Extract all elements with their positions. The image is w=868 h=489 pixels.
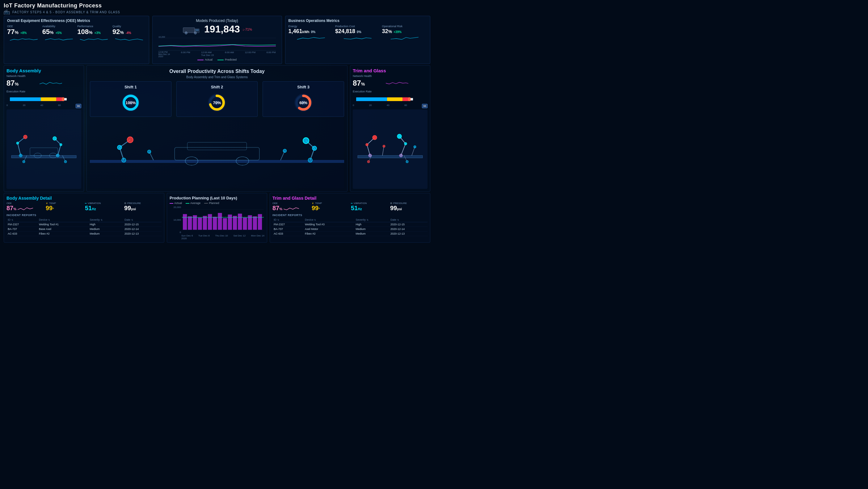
body-robot-svg (8, 131, 80, 168)
svg-point-24 (19, 154, 22, 157)
biz-sparkline-energy (288, 35, 334, 41)
svg-rect-108 (223, 218, 227, 230)
body-detail-pressure: ⊙ PRESSURE 99psi (124, 202, 161, 212)
svg-rect-75 (402, 97, 408, 101)
productivity-panel: Overall Productivity Across Shifts Today… (87, 65, 347, 192)
body-table-header-id: ID ⇅ (6, 218, 38, 222)
svg-rect-16 (10, 97, 41, 101)
shift-1-card: Shift 1 100% (90, 81, 172, 117)
oee-sparkline-quality (113, 36, 146, 42)
shift-3-label: Shift 3 (297, 85, 310, 89)
trim-detail-vibration: ▪▪ VIBRATION 51Hz (351, 202, 388, 212)
planning-x-labels: Sun Dec 62020 Tue Dec 8 Thu Dec 10 Sat D… (169, 234, 265, 240)
productivity-title: Overall Productivity Across Shifts Today (169, 68, 265, 74)
svg-point-83 (373, 135, 377, 140)
table-row: AC-633Fibex #2Medium2020-12-13 (6, 232, 161, 236)
table-row: BA-737Axel MotorMedium2020-12-14 (273, 227, 428, 232)
biz-label-production-cost: Production Cost (335, 25, 380, 28)
svg-point-67 (303, 138, 309, 143)
body-robot-visual (6, 109, 81, 189)
page-header: IoT Factory Manufacturing Process FACTOR… (4, 2, 430, 15)
svg-rect-32 (30, 148, 58, 155)
page-title: IoT Factory Manufacturing Process (4, 2, 430, 9)
trim-detail-oee: OEE 87% (273, 202, 310, 212)
trim-oee-sparkline (284, 205, 299, 211)
models-legend: Actual Predicted (197, 58, 237, 61)
shift-1-value: 100% (120, 92, 142, 113)
svg-point-90 (397, 134, 402, 139)
models-title: Models Produced (Today) (196, 19, 238, 23)
planning-bar-chart (182, 206, 264, 234)
body-incident-table: ID ⇅ Device ⇅ Severity ⇅ Date ⇅ FM-2327W… (6, 218, 161, 236)
svg-point-31 (53, 137, 57, 140)
trim-glass-panel: Trim and Glass Network Health 87% Execut… (350, 65, 430, 192)
body-table-header-device: Device ⇅ (38, 218, 89, 222)
svg-line-86 (401, 144, 406, 155)
svg-rect-105 (208, 214, 212, 230)
svg-point-94 (367, 161, 370, 163)
business-title: Business Operations Metrics (288, 19, 427, 23)
models-number: 191,843 (204, 24, 240, 35)
svg-rect-18 (56, 97, 62, 101)
planning-chart: 20,000 10,000 0 (169, 206, 265, 234)
svg-rect-56 (187, 142, 247, 150)
svg-rect-73 (356, 97, 387, 101)
svg-rect-115 (258, 214, 262, 230)
models-change: ↓-71% (243, 28, 252, 31)
planning-title: Production Planning (Last 10 Days) (169, 196, 265, 200)
table-row: FM-2327Welding Tool #1High2020-12-15 (6, 222, 161, 227)
trim-table-header-device: Device ⇅ (304, 218, 354, 222)
body-exec-label: Execution Rate (6, 90, 81, 93)
body-detail-metrics: OEE 87% 🌡 TEMP (6, 202, 161, 212)
body-exec-bar (6, 96, 81, 102)
body-detail-title: Body Assembly Detail (6, 196, 161, 201)
svg-point-68 (308, 158, 312, 162)
trim-table-header-date: Date ⇅ (389, 218, 428, 222)
body-detail-vibration: ▪▪ VIBRATION 51Hz (85, 202, 122, 212)
svg-rect-7 (195, 29, 199, 31)
models-section: Models Produced (Today) 191,843 ↓-71% (152, 16, 282, 64)
middle-section: Body Assembly Network Health 87% Executi… (4, 65, 430, 192)
svg-rect-17 (41, 97, 56, 101)
svg-point-11 (195, 32, 196, 33)
body-network-value: 87% (6, 79, 81, 87)
biz-metric-energy: Energy 1,461kWh 0% (288, 25, 334, 41)
oee-sparkline-availability (42, 36, 76, 42)
svg-point-89 (404, 143, 407, 145)
business-metrics-grid: Energy 1,461kWh 0% Production Cost $24,8… (288, 25, 427, 41)
svg-rect-74 (387, 97, 402, 101)
body-assembly-detail: Body Assembly Detail OEE 87% (4, 193, 164, 243)
svg-point-72 (283, 149, 286, 152)
oee-label-oee: OEE (7, 25, 40, 28)
oee-sparkline-oee (7, 36, 40, 42)
svg-rect-101 (188, 217, 192, 230)
oee-value-availability: 65% +5% (42, 28, 76, 35)
svg-rect-106 (213, 217, 217, 230)
truck-icon (182, 24, 200, 35)
biz-metric-risk: Operational Risk 32% +39% (382, 25, 427, 41)
svg-rect-100 (183, 214, 187, 230)
svg-rect-54 (90, 160, 344, 163)
table-row: AC-633Fibex #2Medium2020-12-13 (273, 232, 428, 236)
table-row: BA-737Base AxelMedium2020-12-14 (6, 227, 161, 232)
models-chart: 10,200 (158, 35, 276, 51)
oee-metric-performance: Performance 108% +3% (77, 25, 111, 42)
trim-exec-bar (353, 96, 428, 102)
trim-table-header-id: ID ⇅ (273, 218, 304, 222)
body-table-header-severity: Severity ⇅ (89, 218, 123, 222)
header-subtitle: FACTORY STEPS 4 & 5 - BODY ASSEMBLY & TR… (4, 9, 430, 15)
planning-legend: Actual Average Planned (169, 202, 265, 205)
shifts-row: Shift 1 100% (90, 81, 344, 117)
oee-value-quality: 92% -4% (113, 28, 146, 35)
factory-visual-center (90, 119, 344, 188)
oee-metric-oee: OEE 77% +8% (7, 25, 40, 42)
trim-incident-label: INCIDENT REPORTS (273, 213, 428, 217)
shift-1-donut: 100% (120, 92, 142, 113)
oee-label-performance: Performance (77, 25, 111, 28)
shift-1-label: Shift 1 (124, 85, 137, 89)
svg-point-88 (399, 154, 402, 157)
svg-point-66 (312, 146, 317, 150)
models-chart-labels: 12:00 PMMon Dec 142020 6:00 PM 12:00 AMT… (158, 51, 276, 57)
svg-rect-107 (218, 213, 222, 230)
body-network-label: Network Health (6, 75, 81, 78)
